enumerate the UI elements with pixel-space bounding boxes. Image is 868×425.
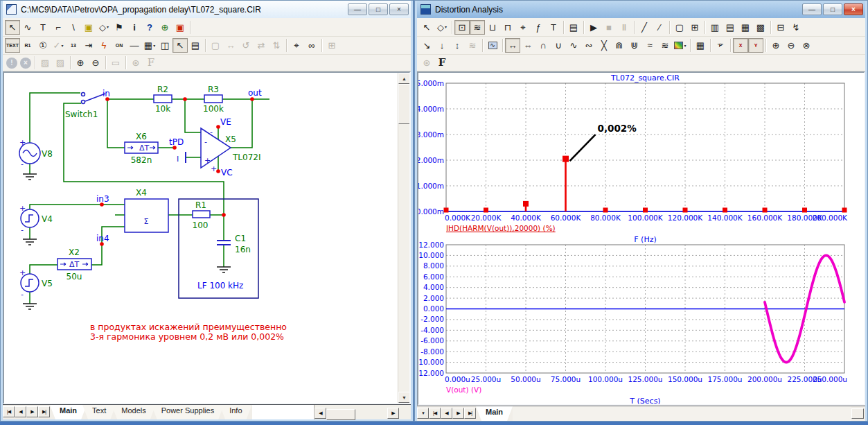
close-button[interactable]: ×	[389, 3, 409, 15]
cursor-select-button[interactable]: ↖	[172, 38, 188, 53]
info-mode-button[interactable]: i	[127, 20, 142, 35]
peak-button[interactable]: ∩	[535, 38, 551, 53]
zoom-in-button[interactable]: ⊕	[73, 55, 88, 70]
curves-button[interactable]: ≋	[465, 38, 480, 53]
line-mode-button[interactable]: \	[66, 20, 81, 35]
high-button[interactable]: ∿	[566, 38, 581, 53]
tab-list-button[interactable]: ▾	[417, 408, 429, 419]
text-display-button[interactable]: TEXT	[5, 38, 20, 53]
flag-mode-button[interactable]: ⚑	[112, 20, 127, 35]
tab-models[interactable]: Models	[112, 405, 155, 419]
schematic-horizontal-scrollbar[interactable]: ◀ ▶	[315, 405, 399, 419]
trim-button[interactable]: ↯	[788, 20, 804, 35]
last-tab-button[interactable]: ▶|	[38, 406, 50, 417]
next-tab-button[interactable]: ▶	[26, 406, 38, 417]
help-on-part-button[interactable]: ⊞	[324, 38, 339, 53]
rotate-button[interactable]: ↺	[238, 38, 254, 53]
zoom-in-button[interactable]: ⊕	[768, 38, 783, 53]
text-mode-button[interactable]: T	[35, 20, 51, 35]
scroll-up-button[interactable]: ▲	[398, 73, 410, 84]
function-tag-button[interactable]: ƒ	[531, 20, 546, 35]
dropdown-arrow-icon[interactable]: ▾	[684, 44, 686, 48]
properties-button[interactable]: ▤	[566, 20, 581, 35]
flip-horizontal-button[interactable]: ⇄	[254, 38, 269, 53]
stop-info-button[interactable]: ×	[20, 58, 31, 69]
dropdown-arrow-icon[interactable]: ▾	[445, 25, 447, 29]
run-button[interactable]: ▶	[586, 20, 601, 35]
line-mode-button[interactable]: ╱	[637, 20, 652, 35]
maximize-button[interactable]: □	[823, 3, 842, 15]
bottom-all-button[interactable]: ≈	[642, 38, 657, 53]
pattern-dots-button[interactable]: ▩	[753, 20, 768, 35]
font-button[interactable]: F	[434, 55, 450, 70]
wire-mode-button[interactable]: ⌐	[51, 20, 66, 35]
dropdown-arrow-icon[interactable]: ▾	[107, 25, 109, 29]
zoom-out-button[interactable]: ⊖	[783, 38, 799, 53]
prev-tab-button[interactable]: ◀	[15, 406, 26, 417]
schematic-canvas[interactable]: ΔT ΔT Σ - + - + I + - + - + - V8 Switch1…	[3, 71, 411, 404]
find-button[interactable]: ∞	[304, 38, 319, 53]
point-tag-button[interactable]: ⌖	[515, 20, 531, 35]
bus-mode-button[interactable]: ▣	[81, 20, 96, 35]
minimize-button[interactable]: —	[348, 3, 367, 15]
node-voltages-button[interactable]: ⇥	[81, 38, 96, 53]
valley-button[interactable]: ∪	[551, 38, 566, 53]
resistor-r1[interactable]	[193, 211, 210, 218]
go-to-y-button[interactable]: ↕	[450, 38, 465, 53]
minimize-button[interactable]: —	[802, 3, 822, 15]
properties-button[interactable]: ▤	[188, 38, 203, 53]
sum-block-x4[interactable]	[125, 199, 168, 232]
split-plot-button[interactable]: ⊟	[773, 20, 788, 35]
pin-names-button[interactable]: ①	[35, 38, 51, 53]
dropdown-arrow-icon[interactable]: ▾	[153, 44, 155, 48]
pattern-vlines-button[interactable]: ▥	[707, 20, 723, 35]
switch-contact-a[interactable]	[82, 93, 85, 96]
pattern-hlines-button[interactable]: ▤	[723, 20, 738, 35]
prev-tab-button[interactable]: ◀	[441, 408, 452, 419]
shape-mode-button[interactable]: ◇▾	[96, 20, 112, 35]
pin-numbers-button[interactable]: ✓▾	[51, 38, 66, 53]
last-tab-button[interactable]: ▶|	[464, 408, 476, 419]
font-button[interactable]: F	[143, 55, 159, 70]
first-tab-button[interactable]: |◀	[3, 406, 15, 417]
select-region-button[interactable]: ▢	[672, 20, 687, 35]
region-enable-button[interactable]: ⊕	[157, 20, 172, 35]
scroll-right-button[interactable]: ▶	[387, 408, 399, 419]
component-mode-button[interactable]: ∿	[20, 20, 35, 35]
pattern-grid-button[interactable]: ▦	[738, 20, 753, 35]
tab-info[interactable]: Info	[220, 405, 251, 419]
cursor-all-button[interactable]: ↔	[505, 38, 520, 53]
color-button[interactable]: ▾	[673, 38, 688, 53]
tab-power-supplies[interactable]: Power Supplies	[152, 405, 224, 419]
next-tab-button[interactable]: ▶	[452, 408, 464, 419]
scroll-thumb[interactable]	[851, 408, 864, 419]
copy-picture-button[interactable]: ▨	[37, 55, 53, 70]
plot-canvas[interactable]: TL072_square.CIR0.000m1.000m2.000m3.000m…	[417, 71, 865, 406]
low-button[interactable]: ∾	[581, 38, 596, 53]
current-display-button[interactable]: ϟ	[96, 38, 112, 53]
cursor-mode-button[interactable]: ≋	[470, 20, 485, 35]
scroll-track[interactable]	[326, 408, 387, 419]
node-numbers-button[interactable]: 13	[66, 38, 81, 53]
first-tab-button[interactable]: |◀	[429, 408, 441, 419]
close-button[interactable]: ×	[844, 3, 863, 15]
schematic-titlebar[interactable]: C:\MC9\DATA\Petrov\OPA_propagation delay…	[3, 1, 411, 18]
attribute-text-button[interactable]: R1	[20, 38, 35, 53]
power-display-button[interactable]: ON	[112, 38, 127, 53]
cursor-next-button[interactable]: ⇔	[520, 38, 535, 53]
capacitor-c1[interactable]	[217, 241, 231, 245]
next-simulation-button[interactable]: ↘	[419, 38, 434, 53]
go-to-x-button[interactable]: ↓	[434, 38, 450, 53]
select-mode-button[interactable]: ↖	[419, 20, 434, 35]
animate-button[interactable]: ⊛	[128, 55, 143, 70]
condition-display-button[interactable]: —	[127, 38, 142, 53]
resistor-r2[interactable]	[154, 95, 172, 103]
split-window-button[interactable]: ◫	[157, 38, 172, 53]
select-mode-button[interactable]: ↖	[5, 20, 20, 35]
data-points-grid-button[interactable]: ⊞	[687, 20, 702, 35]
flip-vertical-button[interactable]: ⇅	[269, 38, 284, 53]
grid-button[interactable]: ▦▾	[142, 38, 157, 53]
select-picture-button[interactable]: ▭	[108, 55, 123, 70]
global-high-button[interactable]: ⋒	[612, 38, 627, 53]
zoom-out-button[interactable]: ⊖	[88, 55, 103, 70]
